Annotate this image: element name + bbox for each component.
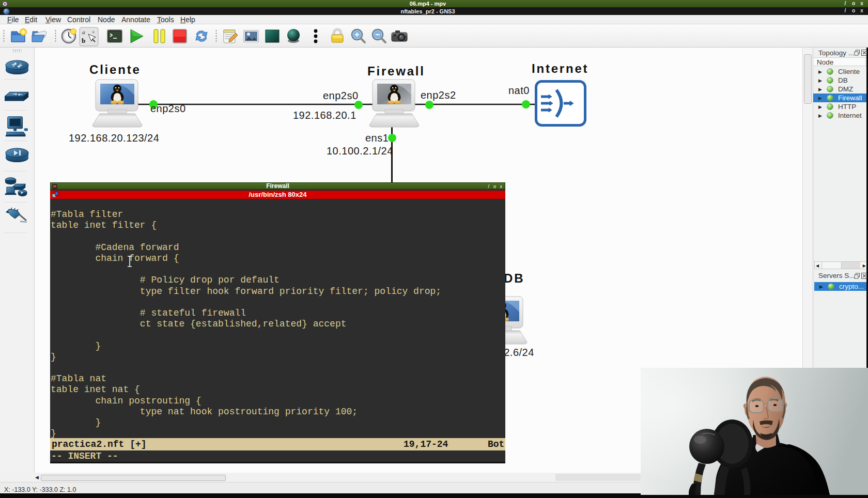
svg-text:b: b — [82, 37, 85, 44]
svg-text:a: a — [82, 29, 85, 35]
svg-text:c: c — [92, 29, 95, 34]
